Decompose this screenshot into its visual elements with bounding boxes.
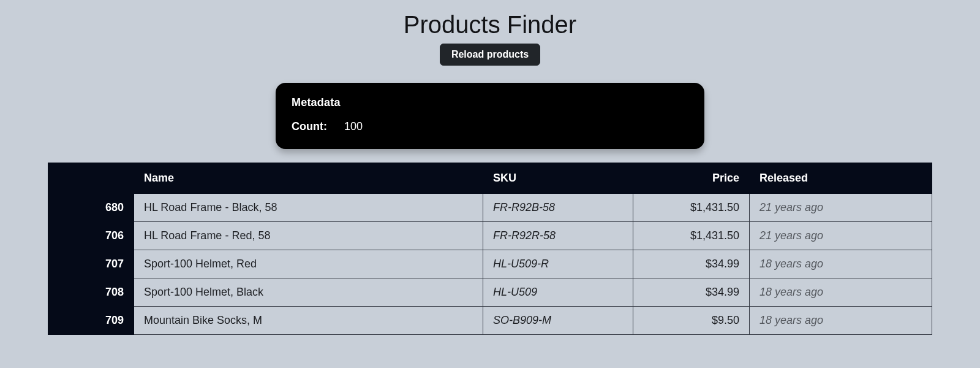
metadata-heading: Metadata [292,96,688,109]
cell-price: $34.99 [633,250,750,278]
cell-price: $1,431.50 [633,194,750,222]
cell-name: HL Road Frame - Black, 58 [134,194,483,222]
cell-sku: FR-R92R-58 [483,222,633,250]
cell-released: 18 years ago [750,278,932,307]
cell-sku: SO-B909-M [483,307,633,335]
cell-sku: FR-R92B-58 [483,194,633,222]
metadata-count-value: 100 [344,120,363,133]
page-title: Products Finder [0,11,980,39]
cell-price: $1,431.50 [633,222,750,250]
cell-price: $34.99 [633,278,750,307]
table-row: 706HL Road Frame - Red, 58FR-R92R-58$1,4… [48,222,932,250]
column-header-released: Released [750,163,932,194]
reload-products-button[interactable]: Reload products [440,44,540,66]
table-row: 709Mountain Bike Socks, MSO-B909-M$9.501… [48,307,932,335]
table-row: 707Sport-100 Helmet, RedHL-U509-R$34.991… [48,250,932,278]
cell-name: HL Road Frame - Red, 58 [134,222,483,250]
cell-name: Mountain Bike Socks, M [134,307,483,335]
cell-id: 680 [48,194,134,222]
cell-name: Sport-100 Helmet, Red [134,250,483,278]
table-header-row: Name SKU Price Released [48,163,932,194]
cell-released: 18 years ago [750,307,932,335]
cell-released: 21 years ago [750,194,932,222]
cell-id: 706 [48,222,134,250]
cell-id: 708 [48,278,134,307]
column-header-id [48,163,134,194]
table-row: 680HL Road Frame - Black, 58FR-R92B-58$1… [48,194,932,222]
cell-released: 21 years ago [750,222,932,250]
cell-price: $9.50 [633,307,750,335]
cell-released: 18 years ago [750,250,932,278]
cell-sku: HL-U509 [483,278,633,307]
cell-id: 709 [48,307,134,335]
column-header-sku: SKU [483,163,633,194]
table-row: 708Sport-100 Helmet, BlackHL-U509$34.991… [48,278,932,307]
metadata-count-label: Count: [292,120,327,133]
cell-name: Sport-100 Helmet, Black [134,278,483,307]
products-table: Name SKU Price Released 680HL Road Frame… [48,163,932,335]
cell-id: 707 [48,250,134,278]
metadata-card: Metadata Count: 100 [276,83,704,149]
cell-sku: HL-U509-R [483,250,633,278]
column-header-name: Name [134,163,483,194]
column-header-price: Price [633,163,750,194]
